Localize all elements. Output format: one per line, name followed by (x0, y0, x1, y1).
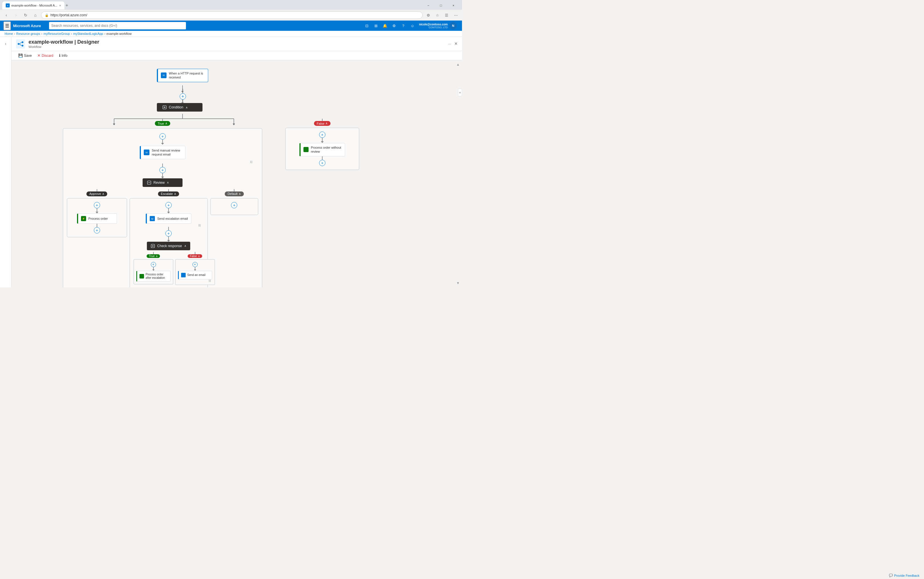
azure-search-input[interactable] (49, 22, 186, 29)
check-false-container: + Send an email (175, 259, 215, 285)
escalate-case-label[interactable]: Escalate ∧ (158, 191, 179, 196)
add-after-process-btn[interactable]: + (94, 227, 100, 234)
add-in-escalate-btn[interactable]: + (165, 202, 172, 208)
add-in-approve-btn[interactable]: + (94, 202, 100, 208)
minimize-button[interactable]: − (422, 2, 435, 10)
check-true-label[interactable]: True ∧ (147, 254, 160, 258)
browser-more-icon[interactable]: ⋯ (452, 11, 460, 19)
true-branch-label[interactable]: True ∧ (155, 121, 170, 126)
check-response-collapse-btn[interactable]: ∧ (184, 244, 186, 247)
svg-point-3 (22, 41, 23, 43)
designer-canvas[interactable]: H When a HTTP request is received + (11, 60, 462, 287)
help-icon[interactable]: ? (399, 21, 407, 30)
breadcrumb-my-resource-group[interactable]: myResourceGroup (43, 32, 70, 35)
browser-toolbar-icons: ⚙ ☆ ☰ ⋯ (424, 11, 460, 19)
discard-button[interactable]: ✕ Discard (35, 52, 55, 59)
sidebar-toggle-button[interactable]: › (1, 39, 10, 48)
content-area: example-workflow | Designer Workflow ···… (11, 37, 462, 287)
add-in-default-btn[interactable]: + (231, 202, 237, 208)
page-close-button[interactable]: × (454, 41, 458, 47)
home-button[interactable]: ⌂ (31, 11, 39, 19)
address-bar-row: ‹ › ↻ ⌂ 🔒 https://portal.azure.com/ ⚙ ☆ … (0, 10, 462, 21)
send-manual-review-node[interactable]: M Send manual review request email (140, 146, 185, 159)
maximize-button[interactable]: □ (435, 2, 447, 10)
address-bar[interactable]: 🔒 https://portal.azure.com/ (41, 11, 423, 19)
save-icon: 💾 (18, 53, 23, 58)
new-tab-button[interactable]: + (65, 3, 68, 8)
info-icon: ℹ (59, 53, 60, 58)
tab-close-btn[interactable]: × (59, 4, 61, 7)
azure-logo: Microsoft Azure (13, 24, 41, 28)
tab-favicon: A (6, 3, 10, 7)
process-without-review-node[interactable]: Process order without review (300, 143, 345, 156)
settings-icon[interactable]: ⚙ (390, 21, 398, 30)
collections-icon[interactable]: ☰ (443, 11, 451, 19)
breadcrumb-current: example-workflow (106, 32, 132, 35)
review-node[interactable]: Review ∧ (143, 178, 183, 187)
send-escalation-node[interactable]: M Send escalation email (146, 213, 191, 224)
user-org: CONTOSO, LTD (419, 26, 448, 29)
escalate-container: + M (129, 198, 208, 287)
send-manual-review-label: Send manual review request email (152, 149, 182, 157)
process-order-node[interactable]: ⚡ Process order (77, 213, 117, 224)
svg-line-7 (21, 42, 22, 43)
tab-title: example-workflow - Microsoft A... (11, 4, 57, 7)
false-branch-label[interactable]: False ∧ (314, 121, 331, 126)
trigger-node[interactable]: H When a HTTP request is received (157, 69, 208, 82)
approve-case-label[interactable]: Approve ∧ (86, 191, 107, 196)
feedback-nav-icon[interactable]: ☺ (408, 21, 417, 30)
hamburger-menu[interactable]: ☰ (3, 21, 11, 30)
condition-node[interactable]: Condition ∧ (157, 103, 202, 111)
condition-collapse-btn[interactable]: ∧ (186, 106, 187, 109)
notifications-icon[interactable]: 🔔 (381, 21, 389, 30)
refresh-button[interactable]: ↻ (22, 11, 30, 19)
breadcrumb-home[interactable]: Home (5, 32, 13, 35)
add-after-manual-btn[interactable]: + (160, 167, 166, 173)
add-after-escalation-btn[interactable]: + (165, 230, 172, 237)
svg-text:⚡: ⚡ (82, 217, 85, 220)
process-after-escalation-node[interactable]: Process order after escalation (136, 271, 171, 282)
cloud-shell-icon[interactable]: ⊡ (362, 21, 371, 30)
collapse-panel-btn[interactable]: « (458, 89, 462, 96)
info-button[interactable]: ℹ Info (57, 52, 70, 59)
back-button[interactable]: ‹ (2, 11, 10, 19)
forward-button[interactable]: › (12, 11, 20, 19)
breadcrumb-resource-groups[interactable]: Resource groups (16, 32, 40, 35)
portal-menu-icon[interactable]: ⊞ (372, 21, 380, 30)
lock-icon: 🔒 (45, 13, 49, 17)
add-in-check-false-btn[interactable]: + (192, 262, 198, 267)
user-name: nicole@contoso.com (419, 23, 448, 26)
check-false-label[interactable]: False ∧ (187, 254, 202, 258)
send-email-label: Send an email (187, 273, 205, 277)
escalation-email-icon: M (150, 216, 155, 221)
process-escalation-icon (139, 274, 144, 278)
default-column: Default ∧ + (210, 189, 258, 287)
process-order-label: Process order (88, 217, 108, 220)
main-area: › example-workflow | Designer Workflow (0, 37, 462, 287)
add-in-true-btn[interactable]: + (160, 133, 166, 139)
svg-point-2 (18, 43, 20, 45)
tab-bar: A example-workflow - Microsoft A... × + … (0, 0, 462, 10)
check-response-node[interactable]: Check response ∧ (147, 242, 190, 250)
process-after-escalation-label: Process order after escalation (146, 273, 168, 280)
save-button[interactable]: 💾 Save (16, 52, 34, 59)
close-button[interactable]: × (447, 2, 460, 10)
page-more-icon[interactable]: ··· (448, 42, 451, 46)
page-subtitle: Workflow (29, 45, 445, 49)
send-email-node[interactable]: Send an email (178, 271, 212, 280)
review-collapse-btn[interactable]: ∧ (167, 181, 169, 184)
breadcrumb-logic-app[interactable]: myStandardLogicApp (73, 32, 103, 35)
default-case-label[interactable]: Default ∧ (225, 191, 244, 196)
favorites-icon[interactable]: ☆ (433, 11, 442, 19)
check-false-column: False ∧ + (175, 252, 215, 285)
azure-nav: ☰ Microsoft Azure ⊡ ⊞ 🔔 ⚙ ? ☺ nicole@con… (0, 21, 462, 31)
extensions-icon[interactable]: ⚙ (424, 11, 432, 19)
page-title: example-workflow | Designer (29, 39, 445, 45)
add-in-check-true-btn[interactable]: + (151, 262, 156, 267)
add-step-btn-1[interactable]: + (180, 93, 186, 100)
send-email-icon (181, 273, 186, 277)
user-profile[interactable]: nicole@contoso.com CONTOSO, LTD N (417, 21, 459, 30)
active-tab[interactable]: A example-workflow - Microsoft A... × (2, 2, 64, 10)
add-after-process-without-review-btn[interactable]: + (319, 160, 325, 166)
add-in-false-btn[interactable]: + (319, 132, 325, 138)
